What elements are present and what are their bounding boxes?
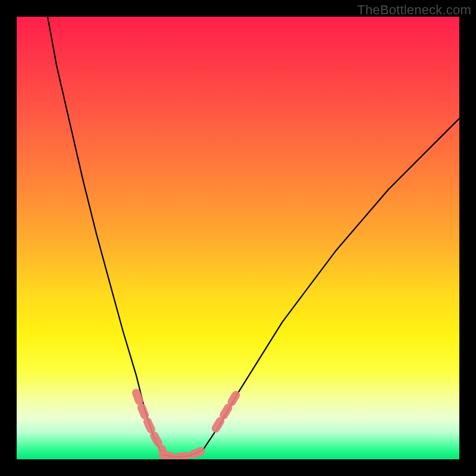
series-marker-left-flank bbox=[136, 393, 163, 450]
watermark-text: TheBottleneck.com bbox=[357, 2, 471, 18]
chart-frame: TheBottleneck.com bbox=[0, 0, 476, 476]
curve-layer bbox=[17, 17, 459, 459]
series-curve-left bbox=[48, 17, 162, 455]
series-curve-right bbox=[203, 118, 460, 450]
series-marker-right-flank bbox=[216, 395, 236, 428]
series-marker-basin bbox=[163, 450, 203, 457]
plot-area bbox=[17, 17, 459, 459]
